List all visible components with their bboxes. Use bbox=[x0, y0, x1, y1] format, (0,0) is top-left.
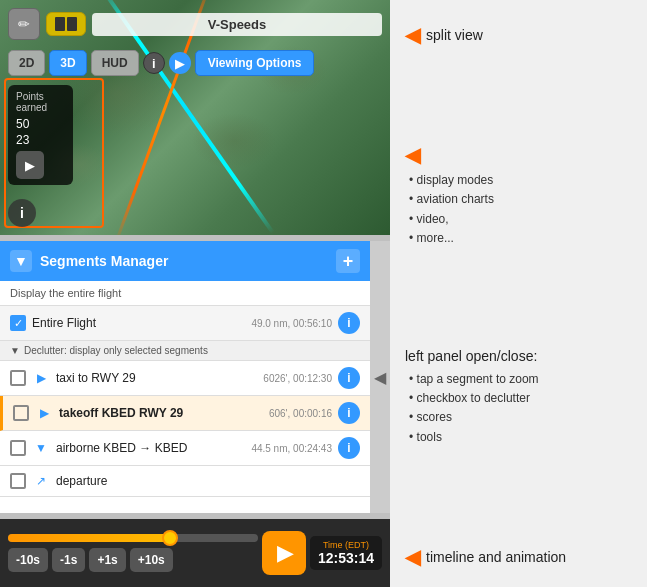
segment-row-0[interactable]: ▶ taxi to RWY 29 6026', 00:12:30 i bbox=[0, 361, 370, 396]
segment-1-info-button[interactable]: i bbox=[338, 402, 360, 424]
segment-0-icon: ▶ bbox=[32, 369, 50, 387]
info-icon: i bbox=[347, 316, 350, 330]
time-minus10-button[interactable]: -10s bbox=[8, 548, 48, 572]
segment-2-info-button[interactable]: i bbox=[338, 437, 360, 459]
left-panel-bullets: tap a segment to zoom checkbox to declut… bbox=[405, 370, 637, 447]
segment-2-checkbox[interactable] bbox=[10, 440, 26, 456]
display-modes-header: ◀ bbox=[405, 145, 637, 165]
main-container: ✏ V-Speeds 2D 3D HUD i ▶ Viewing Options bbox=[0, 0, 647, 587]
top-toolbar: ✏ V-Speeds bbox=[0, 8, 390, 40]
right-side: ◀ split view ◀ display modes aviation ch… bbox=[390, 0, 647, 587]
segments-add-button[interactable]: + bbox=[336, 249, 360, 273]
segment-0-checkbox[interactable] bbox=[10, 370, 26, 386]
bullet-display-modes: display modes bbox=[409, 171, 637, 190]
segment-0-name: taxi to RWY 29 bbox=[56, 371, 257, 385]
points-panel: Pointsearned 50 23 ▶ bbox=[8, 85, 73, 185]
timeline-track-wrapper: -10s -1s +1s +10s bbox=[8, 534, 258, 572]
segments-panel: ▼ Segments Manager + Display the entire … bbox=[0, 241, 370, 513]
chevron-down-icon: ▼ bbox=[14, 253, 28, 269]
info-icon: i bbox=[347, 406, 350, 420]
left-side: ✏ V-Speeds 2D 3D HUD i ▶ Viewing Options bbox=[0, 0, 390, 587]
entire-flight-label: Entire Flight bbox=[32, 316, 245, 330]
entire-flight-checkbox[interactable]: ✓ bbox=[10, 315, 26, 331]
segment-3-name: departure bbox=[56, 474, 360, 488]
segment-row-2[interactable]: ▼ airborne KBED → KBED 44.5 nm, 00:24:43… bbox=[0, 431, 370, 466]
play-icon: ▶ bbox=[40, 406, 49, 420]
timeline-annotation: ◀ timeline and animation bbox=[405, 547, 637, 567]
play-icon: ▶ bbox=[37, 371, 46, 385]
entire-flight-info-button[interactable]: i bbox=[338, 312, 360, 334]
segments-chevron-button[interactable]: ▼ bbox=[10, 250, 32, 272]
annotation-arrow-4-icon: ◀ bbox=[405, 547, 420, 567]
info-button[interactable]: i bbox=[143, 52, 165, 74]
bullet-more: more... bbox=[409, 229, 637, 248]
points-row-2: 23 bbox=[16, 133, 65, 147]
chevron-right-icon: ◀ bbox=[374, 368, 386, 387]
segment-1-icon: ▶ bbox=[35, 404, 53, 422]
edit-button[interactable]: ✏ bbox=[8, 8, 40, 40]
left-panel-annotation-title: left panel open/close: bbox=[405, 348, 537, 364]
departure-icon: ↗ bbox=[36, 474, 46, 488]
timeline-annotation-title: timeline and animation bbox=[426, 549, 566, 565]
declutter-arrow-icon: ▼ bbox=[10, 345, 20, 356]
bullet-aviation-charts: aviation charts bbox=[409, 190, 637, 209]
split-view-icon bbox=[55, 17, 77, 31]
mode-2d-button[interactable]: 2D bbox=[8, 50, 45, 76]
map-section: ✏ V-Speeds 2D 3D HUD i ▶ Viewing Options bbox=[0, 0, 390, 235]
viewing-options-arrow[interactable]: ▶ bbox=[169, 52, 191, 74]
display-modes-annotation: ◀ display modes aviation charts video, m… bbox=[405, 145, 637, 248]
info-icon: i bbox=[20, 205, 24, 221]
entire-flight-row[interactable]: ✓ Entire Flight 49.0 nm, 00:56:10 i bbox=[0, 306, 370, 341]
play-button[interactable]: ▶ bbox=[262, 531, 306, 575]
mode-3d-button[interactable]: 3D bbox=[49, 50, 86, 76]
timeline-fill bbox=[8, 534, 170, 542]
annotation-arrow-2-icon: ◀ bbox=[405, 145, 420, 165]
split-view-annotation: ◀ split view bbox=[405, 25, 637, 45]
time-minus1-button[interactable]: -1s bbox=[52, 548, 85, 572]
segment-row-3[interactable]: ↗ departure bbox=[0, 466, 370, 497]
segment-row-1[interactable]: ▶ takeoff KBED RWY 29 606', 00:00:16 i bbox=[0, 396, 370, 431]
segments-collapse-button[interactable]: ◀ bbox=[370, 241, 390, 513]
time-plus1-button[interactable]: +1s bbox=[89, 548, 125, 572]
bullet-checkbox: checkbox to declutter bbox=[409, 389, 637, 408]
pencil-icon: ✏ bbox=[18, 16, 30, 32]
declutter-label-row: ▼ Declutter: display only selected segme… bbox=[0, 341, 370, 361]
points-value-1: 50 bbox=[16, 117, 29, 131]
points-row-1: 50 bbox=[16, 117, 65, 131]
timeline-thumb[interactable] bbox=[162, 530, 178, 546]
time-display: Time (EDT) 12:53:14 bbox=[310, 536, 382, 570]
segment-2-name: airborne KBED → KBED bbox=[56, 441, 245, 455]
mode-bar: 2D 3D HUD i ▶ Viewing Options bbox=[0, 50, 390, 76]
segment-3-icon: ↗ bbox=[32, 472, 50, 490]
segments-title: Segments Manager bbox=[40, 253, 328, 269]
play-small-icon: ▶ bbox=[25, 158, 35, 173]
segment-0-info-button[interactable]: i bbox=[338, 367, 360, 389]
annotation-arrow-icon: ◀ bbox=[405, 25, 420, 45]
map-info-button[interactable]: i bbox=[8, 199, 36, 227]
info-icon: i bbox=[347, 441, 350, 455]
split-view-button[interactable] bbox=[46, 12, 86, 36]
segment-1-name: takeoff KBED RWY 29 bbox=[59, 406, 263, 420]
segment-1-checkbox[interactable] bbox=[13, 405, 29, 421]
segment-2-icon: ▼ bbox=[32, 439, 50, 457]
play-icon: ▶ bbox=[277, 540, 294, 566]
segment-3-checkbox[interactable] bbox=[10, 473, 26, 489]
points-value-2: 23 bbox=[16, 133, 29, 147]
timeline-track[interactable] bbox=[8, 534, 258, 542]
viewing-options-button[interactable]: Viewing Options bbox=[195, 50, 315, 76]
flight-display-label: Display the entire flight bbox=[10, 287, 121, 299]
entire-flight-stats: 49.0 nm, 00:56:10 bbox=[251, 318, 332, 329]
points-title: Pointsearned bbox=[16, 91, 65, 113]
time-plus10-button[interactable]: +10s bbox=[130, 548, 173, 572]
time-value: 12:53:14 bbox=[318, 550, 374, 566]
mode-hud-button[interactable]: HUD bbox=[91, 50, 139, 76]
points-play-button[interactable]: ▶ bbox=[16, 151, 44, 179]
bullet-tap-segment: tap a segment to zoom bbox=[409, 370, 637, 389]
left-panel-annotation: left panel open/close: tap a segment to … bbox=[405, 348, 637, 447]
segments-section: ▼ Segments Manager + Display the entire … bbox=[0, 241, 390, 513]
timeline-section: -10s -1s +1s +10s ▶ Time (EDT) 12:53:14 bbox=[0, 519, 390, 587]
time-label: Time (EDT) bbox=[318, 540, 374, 550]
checkmark-icon: ✓ bbox=[14, 317, 23, 330]
display-modes-bullets: display modes aviation charts video, mor… bbox=[405, 171, 637, 248]
bullet-video: video, bbox=[409, 210, 637, 229]
